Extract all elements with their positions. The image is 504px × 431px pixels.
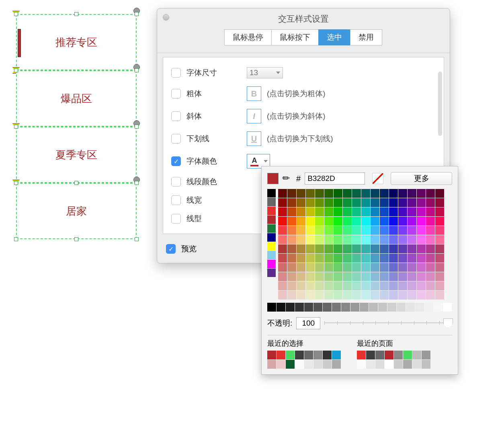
color-swatch[interactable] — [343, 263, 352, 272]
color-swatch[interactable] — [408, 254, 416, 263]
color-swatch[interactable] — [435, 291, 444, 300]
color-swatch[interactable] — [304, 351, 313, 359]
color-swatch[interactable] — [406, 303, 415, 312]
color-swatch[interactable] — [306, 244, 315, 253]
color-swatch[interactable] — [304, 360, 313, 369]
color-swatch[interactable] — [361, 254, 370, 263]
color-swatch[interactable] — [389, 291, 398, 300]
color-swatch[interactable] — [412, 360, 421, 369]
color-swatch[interactable] — [306, 291, 315, 300]
color-swatch[interactable] — [417, 217, 426, 226]
color-swatch[interactable] — [287, 198, 296, 207]
color-swatch[interactable] — [371, 272, 379, 281]
color-swatch[interactable] — [398, 244, 407, 253]
color-swatch[interactable] — [435, 235, 444, 244]
scrollbar[interactable] — [438, 72, 442, 136]
color-swatch[interactable] — [380, 263, 389, 272]
color-swatch[interactable] — [306, 281, 315, 290]
color-swatch[interactable] — [424, 303, 433, 312]
color-swatch[interactable] — [426, 263, 435, 272]
color-swatch[interactable] — [278, 281, 287, 290]
color-swatch[interactable] — [315, 263, 324, 272]
color-swatch[interactable] — [403, 360, 412, 369]
color-swatch[interactable] — [380, 189, 389, 198]
color-swatch[interactable] — [343, 291, 352, 300]
color-swatch[interactable] — [435, 207, 444, 216]
color-swatch[interactable] — [306, 254, 315, 263]
resize-handle[interactable] — [135, 237, 139, 241]
color-swatch[interactable] — [267, 351, 276, 359]
color-swatch[interactable] — [426, 281, 435, 290]
font-size-select[interactable]: 13 — [247, 67, 283, 78]
color-swatch[interactable] — [315, 207, 324, 216]
color-swatch[interactable] — [389, 207, 398, 216]
color-swatch[interactable] — [408, 207, 416, 216]
color-swatch[interactable] — [398, 272, 407, 281]
color-swatch[interactable] — [371, 235, 379, 244]
color-swatch[interactable] — [389, 217, 398, 226]
color-swatch[interactable] — [435, 272, 444, 281]
color-swatch[interactable] — [297, 189, 305, 198]
color-swatch[interactable] — [434, 303, 443, 312]
color-swatch[interactable] — [403, 351, 412, 359]
color-swatch[interactable] — [415, 303, 424, 312]
color-swatch[interactable] — [369, 303, 378, 312]
color-swatch[interactable] — [375, 360, 384, 369]
color-swatch[interactable] — [426, 207, 435, 216]
color-swatch[interactable] — [267, 189, 276, 197]
checkbox-preview[interactable]: ✓ — [166, 244, 176, 254]
color-swatch[interactable] — [426, 272, 435, 281]
color-swatch[interactable] — [408, 244, 416, 253]
color-swatch[interactable] — [277, 351, 285, 359]
color-swatch[interactable] — [334, 235, 342, 244]
color-swatch[interactable] — [380, 217, 389, 226]
color-swatch[interactable] — [408, 235, 416, 244]
color-swatch[interactable] — [315, 235, 324, 244]
color-swatch[interactable] — [297, 244, 305, 253]
color-swatch[interactable] — [389, 198, 398, 207]
color-swatch[interactable] — [334, 244, 342, 253]
color-swatch[interactable] — [306, 198, 315, 207]
color-swatch[interactable] — [417, 263, 426, 272]
color-swatch[interactable] — [389, 244, 398, 253]
color-swatch[interactable] — [417, 207, 426, 216]
color-swatch[interactable] — [352, 198, 361, 207]
canvas-item[interactable]: 推荐专区 — [16, 14, 137, 70]
bold-button[interactable]: B — [247, 86, 261, 101]
color-swatch[interactable] — [435, 254, 444, 263]
color-swatch[interactable] — [324, 217, 333, 226]
color-swatch[interactable] — [361, 226, 370, 235]
color-swatch[interactable] — [323, 303, 332, 312]
color-swatch[interactable] — [297, 272, 305, 281]
color-swatch[interactable] — [417, 226, 426, 235]
color-swatch[interactable] — [398, 217, 407, 226]
color-swatch[interactable] — [398, 189, 407, 198]
current-color-swatch[interactable] — [267, 173, 279, 184]
more-button[interactable]: 更多 — [391, 172, 452, 185]
color-swatch[interactable] — [380, 198, 389, 207]
color-swatch[interactable] — [315, 198, 324, 207]
color-swatch[interactable] — [334, 226, 342, 235]
color-swatch[interactable] — [297, 235, 305, 244]
color-swatch[interactable] — [378, 303, 387, 312]
color-swatch[interactable] — [343, 235, 352, 244]
color-swatch[interactable] — [357, 351, 366, 359]
color-swatch[interactable] — [361, 263, 370, 272]
color-swatch[interactable] — [380, 281, 389, 290]
tab-selected[interactable]: 选中 — [318, 29, 350, 45]
color-swatch[interactable] — [361, 235, 370, 244]
color-swatch[interactable] — [422, 360, 430, 369]
color-swatch[interactable] — [343, 254, 352, 263]
resize-handle[interactable] — [14, 237, 18, 241]
color-swatch[interactable] — [306, 217, 315, 226]
color-swatch[interactable] — [417, 281, 426, 290]
color-swatch[interactable] — [426, 226, 435, 235]
color-swatch[interactable] — [389, 226, 398, 235]
color-swatch[interactable] — [286, 360, 295, 369]
color-swatch[interactable] — [371, 281, 379, 290]
color-swatch[interactable] — [435, 281, 444, 290]
color-swatch[interactable] — [324, 198, 333, 207]
color-swatch[interactable] — [371, 254, 379, 263]
resize-handle[interactable] — [74, 181, 78, 185]
color-swatch[interactable] — [313, 303, 322, 312]
